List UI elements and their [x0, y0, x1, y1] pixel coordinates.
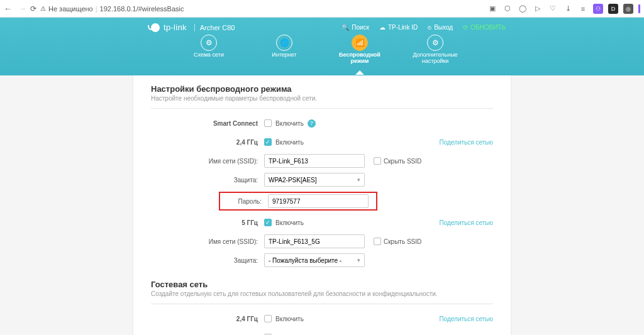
hide-ssid-5-checkbox[interactable] [374, 238, 381, 245]
brand-text: tp-link [164, 23, 187, 32]
ext-icon-7[interactable]: ≡ [578, 4, 588, 14]
tab-internet[interactable]: 🌐 Интернет [259, 35, 309, 65]
share-24ghz-link[interactable]: Поделиться сетью [439, 139, 493, 146]
logout-link[interactable]: ⎋ Выход [428, 24, 453, 31]
password-input-24[interactable] [268, 194, 369, 208]
ext-icon-5[interactable]: ♡ [548, 4, 558, 14]
wifi-icon: 📶 [352, 35, 368, 51]
tab-advanced[interactable]: ⚙ Дополнительные настройки [410, 35, 460, 65]
guest-desc: Создайте отдельную сеть для гостевых пол… [151, 290, 493, 304]
ext-icon-3[interactable]: ◯ [518, 4, 528, 14]
guest-24-share[interactable]: Поделиться сетью [439, 316, 493, 322]
hide-ssid-24-checkbox[interactable] [374, 157, 381, 165]
refresh-link[interactable]: ⟳ ОБНОВИТЬ [463, 24, 506, 31]
row-smart-connect: Smart Connect Включить ? [151, 116, 493, 130]
row-ssid-24: Имя сети (SSID): Скрыть SSID [151, 154, 493, 168]
ssid-label: Имя сети (SSID): [151, 158, 264, 165]
ext-icon-d2[interactable]: ◎ [623, 4, 633, 14]
row-ssid-5: Имя сети (SSID): Скрыть SSID [151, 234, 493, 248]
search-icon: 🔍 [341, 24, 349, 31]
guest-24-label: 2,4 ГГц [151, 316, 264, 322]
forward-button[interactable]: → [18, 4, 26, 13]
sliders-icon: ⚙ [427, 35, 443, 51]
ext-divider [638, 4, 640, 13]
ssid-input-5[interactable] [264, 234, 365, 248]
row-password-highlight: Пароль: [219, 192, 377, 211]
ext-icon-person[interactable]: ⚇ [593, 4, 603, 14]
enable-5ghz-checkbox[interactable]: ✓ [264, 219, 272, 226]
security5-label: Защита: [151, 257, 264, 264]
guest-title: Гостевая сеть [151, 280, 493, 289]
smart-connect-label: Smart Connect [151, 120, 264, 127]
row-security-24: Защита: WPA2-PSK[AES] ▾ [151, 173, 493, 187]
row-5ghz: 5 ГГц ✓ Включить Поделиться сетью [151, 216, 493, 229]
settings-card: Настройки беспроводного режима Настройте… [133, 75, 511, 335]
refresh-icon: ⟳ [463, 24, 468, 31]
security-select-5[interactable]: - Пожалуйста выберите - ▾ [264, 253, 365, 267]
ext-icon-d1[interactable]: D [608, 4, 618, 14]
row-security-5: Защита: - Пожалуйста выберите - ▾ [151, 253, 493, 267]
reload-button[interactable]: ⟳ [30, 4, 36, 13]
network-icon: ⚙ [201, 35, 217, 51]
address-bar[interactable]: ⚠ Не защищено | 192.168.0.1/#wirelessBas… [40, 5, 184, 13]
security-select-24[interactable]: WPA2-PSK[AES] ▾ [264, 173, 365, 187]
security-label: Защита: [151, 177, 264, 184]
extension-icons: ▣ ⬡ ◯ ▷ ♡ ⤓ ≡ ⚇ D ◎ [487, 4, 640, 14]
smart-connect-checkbox[interactable] [264, 119, 272, 127]
row-guest-24: 2,4 ГГц Включить Поделиться сетью [151, 312, 493, 326]
secure-label: Не защищено [48, 5, 93, 13]
password-label: Пароль: [223, 198, 262, 205]
tab-network-map[interactable]: ⚙ Схема сети [184, 35, 234, 65]
router-header: tp-link Archer C80 🔍 Поиск ☁ TP-Link ID … [0, 18, 644, 75]
help-icon[interactable]: ? [308, 119, 316, 128]
ext-icon-2[interactable]: ⬡ [502, 4, 513, 14]
url-text: 192.168.0.1/#wirelessBasic [100, 5, 184, 13]
enable-24ghz-checkbox[interactable]: ✓ [264, 138, 272, 146]
ext-icon-4[interactable]: ▷ [533, 4, 543, 14]
ext-icon-6[interactable]: ⤓ [563, 4, 573, 14]
wireless-title: Настройки беспроводного режима [151, 84, 493, 94]
label-5ghz: 5 ГГц [151, 219, 264, 226]
row-guest-5: 5 ГГц Включить Поделиться сетью [151, 331, 493, 335]
ssid5-label: Имя сети (SSID): [151, 238, 264, 245]
cloud-icon: ☁ [379, 24, 386, 31]
insecure-icon: ⚠ [40, 5, 46, 12]
tplink-logo-icon [151, 23, 160, 32]
exit-icon: ⎋ [428, 24, 431, 31]
logo[interactable]: tp-link Archer C80 [151, 23, 235, 32]
browser-toolbar: ← → ⟳ ⚠ Не защищено | 192.168.0.1/#wirel… [0, 0, 644, 18]
chevron-down-icon: ▾ [357, 177, 360, 183]
chevron-down-icon: ▾ [357, 257, 360, 263]
back-button[interactable]: ← [4, 4, 12, 13]
share-5ghz-link[interactable]: Поделиться сетью [439, 219, 493, 226]
wireless-desc: Настройте необходимые параметры беспрово… [151, 95, 493, 109]
ext-icon-1[interactable]: ▣ [487, 4, 497, 14]
tab-wireless[interactable]: 📶 Беспроводной режим [335, 35, 385, 65]
guest-24-checkbox[interactable] [264, 315, 272, 322]
row-24ghz: 2,4 ГГц ✓ Включить Поделиться сетью [151, 135, 493, 149]
ssid-input-24[interactable] [264, 154, 365, 168]
tplink-id-link[interactable]: ☁ TP-Link ID [379, 24, 418, 31]
globe-icon: 🌐 [276, 35, 292, 51]
label-24ghz: 2,4 ГГц [151, 139, 264, 146]
search-link[interactable]: 🔍 Поиск [341, 24, 369, 31]
model-text: Archer C80 [194, 24, 235, 31]
